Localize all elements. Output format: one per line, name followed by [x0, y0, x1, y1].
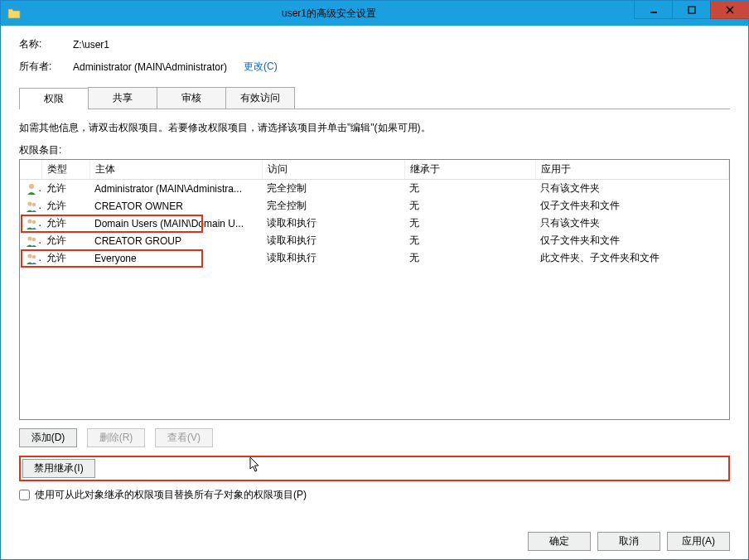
row-type: 允许: [41, 197, 89, 215]
col-inherited[interactable]: 继承于: [404, 160, 535, 180]
disable-inherit-highlight: 禁用继承(I): [19, 456, 730, 481]
window-controls: [634, 1, 748, 26]
row-applies: 只有该文件夹: [535, 215, 729, 232]
row-applies: 仅子文件夹和文件: [535, 232, 729, 249]
svg-point-4: [29, 184, 34, 189]
col-principal[interactable]: 主体: [89, 160, 262, 180]
row-inherited: 无: [404, 197, 535, 215]
col-type[interactable]: 类型: [41, 160, 89, 180]
table-row[interactable]: 允许Everyone读取和执行无此文件夹、子文件夹和文件: [20, 249, 729, 267]
row-inherited: 无: [404, 215, 535, 232]
svg-point-12: [32, 254, 36, 258]
folder-icon: [4, 7, 24, 20]
svg-rect-1: [689, 7, 695, 13]
replace-children-label: 使用可从此对象继承的权限项目替换所有子对象的权限项目(P): [35, 488, 307, 502]
row-access: 完全控制: [262, 180, 404, 198]
row-applies: 仅子文件夹和文件: [535, 197, 729, 215]
svg-point-7: [27, 219, 31, 223]
svg-point-11: [27, 253, 31, 258]
row-icon: [20, 197, 41, 215]
row-access: 读取和执行: [262, 249, 404, 267]
window-title: user1的高级安全设置: [24, 7, 634, 21]
row-icon: [20, 180, 41, 198]
add-button[interactable]: 添加(D): [19, 428, 77, 447]
name-value: Z:\user1: [73, 39, 109, 51]
client-area: 名称: Z:\user1 所有者: Administrator (MAIN\Ad…: [1, 26, 748, 559]
table-row[interactable]: 允许Domain Users (MAIN\Domain U...读取和执行无只有…: [20, 215, 729, 232]
row-principal: Domain Users (MAIN\Domain U...: [89, 215, 262, 232]
table-row[interactable]: 允许CREATOR OWNER完全控制无仅子文件夹和文件: [20, 197, 729, 215]
permissions-grid[interactable]: 类型 主体 访问 继承于 应用于 允许Administrator (MAIN\A…: [19, 159, 730, 420]
svg-point-5: [27, 201, 31, 205]
table-row[interactable]: 允许Administrator (MAIN\Administra...完全控制无…: [20, 180, 729, 198]
row-icon: [20, 249, 41, 267]
owner-value: Administrator (MAIN\Administrator): [73, 61, 227, 73]
tab-1[interactable]: 共享: [88, 87, 157, 109]
row-principal: CREATOR OWNER: [89, 197, 262, 215]
row-icon: [20, 232, 41, 249]
tab-3[interactable]: 有效访问: [225, 87, 295, 109]
row-applies: 只有该文件夹: [535, 180, 729, 198]
ok-button[interactable]: 确定: [528, 532, 591, 551]
row-type: 允许: [41, 232, 89, 249]
svg-point-9: [27, 236, 31, 240]
col-access[interactable]: 访问: [262, 160, 404, 180]
name-row: 名称: Z:\user1: [19, 37, 730, 51]
col-icon[interactable]: [20, 160, 41, 180]
row-inherited: 无: [404, 232, 535, 249]
replace-children-row: 使用可从此对象继承的权限项目替换所有子对象的权限项目(P): [19, 488, 730, 502]
entry-buttons: 添加(D) 删除(R) 查看(V): [19, 428, 730, 447]
advanced-security-window: user1的高级安全设置 名称: Z:\user1 所有者: Administr…: [0, 0, 749, 560]
row-principal: Everyone: [89, 249, 262, 267]
row-access: 读取和执行: [262, 232, 404, 249]
replace-children-checkbox[interactable]: [19, 490, 30, 500]
svg-point-6: [32, 202, 36, 205]
change-owner-link[interactable]: 更改(C): [244, 60, 278, 74]
maximize-button[interactable]: [672, 1, 710, 19]
remove-button: 删除(R): [87, 428, 145, 447]
apply-button[interactable]: 应用(A): [667, 532, 730, 551]
col-applies[interactable]: 应用于: [535, 160, 729, 180]
minimize-button[interactable]: [634, 1, 672, 19]
titlebar: user1的高级安全设置: [1, 1, 748, 26]
row-inherited: 无: [404, 180, 535, 198]
row-type: 允许: [41, 180, 89, 198]
row-type: 允许: [41, 249, 89, 267]
tab-bar: 权限共享审核有效访问: [19, 87, 730, 109]
row-inherited: 无: [404, 249, 535, 267]
row-icon: [20, 215, 41, 232]
disable-inheritance-button[interactable]: 禁用继承(I): [22, 459, 95, 478]
tab-2[interactable]: 审核: [157, 87, 226, 109]
row-principal: Administrator (MAIN\Administra...: [89, 180, 262, 198]
svg-point-8: [32, 220, 36, 223]
row-applies: 此文件夹、子文件夹和文件: [535, 249, 729, 267]
view-button: 查看(V): [155, 428, 213, 447]
name-label: 名称:: [19, 37, 73, 51]
row-access: 完全控制: [262, 197, 404, 215]
table-row[interactable]: 允许CREATOR GROUP读取和执行无仅子文件夹和文件: [20, 232, 729, 249]
row-principal: CREATOR GROUP: [89, 232, 262, 249]
owner-row: 所有者: Administrator (MAIN\Administrator) …: [19, 60, 730, 74]
row-access: 读取和执行: [262, 215, 404, 232]
close-button[interactable]: [710, 1, 748, 19]
dialog-footer: 确定 取消 应用(A): [19, 520, 730, 551]
svg-point-10: [32, 237, 36, 240]
tab-0[interactable]: 权限: [19, 88, 89, 109]
cancel-button[interactable]: 取消: [597, 532, 660, 551]
row-type: 允许: [41, 215, 89, 232]
owner-label: 所有者:: [19, 60, 73, 74]
instruction-text: 如需其他信息，请双击权限项目。若要修改权限项目，请选择该项目并单击"编辑"(如果…: [19, 121, 730, 135]
entries-label: 权限条目:: [19, 143, 730, 157]
